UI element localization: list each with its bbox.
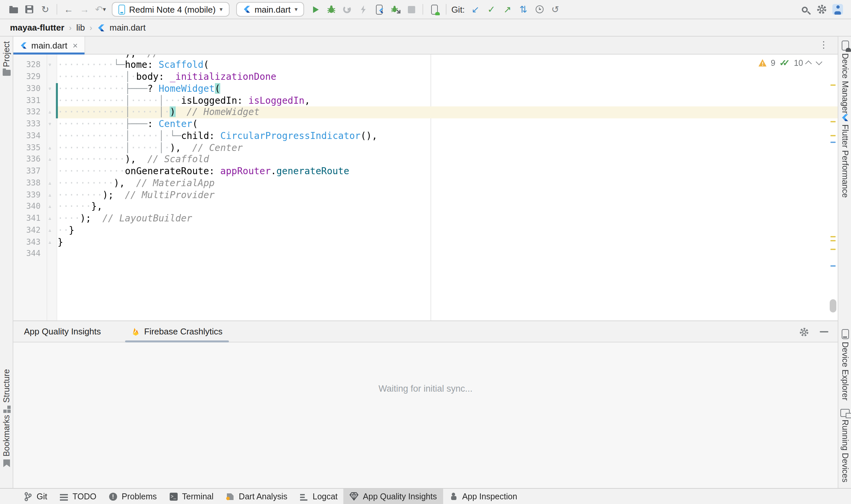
sidebar-item-device-explorer[interactable]: Device Explorer	[838, 329, 851, 400]
minimize-icon[interactable]	[820, 331, 828, 332]
sync-icon[interactable]: ↻	[39, 2, 52, 17]
warning-icon[interactable]: !	[759, 59, 767, 67]
device-selector[interactable]: Redmi Note 4 (mobile) ▾	[112, 2, 229, 17]
line-number[interactable]: 329	[13, 71, 44, 83]
run-config-selector[interactable]: main.dart ▾	[236, 2, 304, 17]
fold-close-icon[interactable]: ▵	[44, 189, 56, 201]
code-line[interactable]: 334············│·····│·└─child: Circular…	[13, 130, 838, 142]
inspections-ok-icon[interactable]: ✓✓	[780, 58, 790, 68]
line-number[interactable]: 340	[13, 201, 44, 213]
device-mirror-icon[interactable]	[428, 2, 441, 17]
fold-open-icon[interactable]: ▿	[44, 83, 56, 95]
breadcrumb-project[interactable]: mayaa-flutter	[10, 23, 64, 33]
kebab-menu-icon[interactable]: ⋮	[819, 39, 828, 50]
profile-icon[interactable]	[341, 2, 354, 17]
code-line[interactable]: 328▿··········└─home: Scaffold(	[13, 59, 838, 71]
save-all-icon[interactable]	[23, 2, 36, 17]
scrollbar-warning-mark[interactable]	[830, 85, 836, 86]
sidebar-item-device-manager[interactable]: Device Manager	[838, 40, 851, 114]
code-editor[interactable]: ············), //328▿··········└─home: S…	[13, 55, 838, 321]
flutter-attach-icon[interactable]	[373, 2, 386, 17]
breadcrumb-file[interactable]: main.dart	[109, 23, 145, 33]
scrollbar-warning-mark[interactable]	[830, 236, 836, 237]
fold-close-icon[interactable]: ▵	[44, 107, 56, 119]
fold-close-icon[interactable]: ▵	[44, 178, 56, 190]
line-number[interactable]: 333	[13, 118, 44, 130]
debug-icon[interactable]	[325, 2, 338, 17]
stop-icon[interactable]	[405, 2, 418, 17]
scrollbar-warning-mark[interactable]	[830, 121, 836, 122]
line-number[interactable]: 328	[13, 59, 44, 71]
run-icon[interactable]	[309, 2, 323, 17]
sidebar-item-structure[interactable]: Structure	[0, 369, 13, 413]
line-number[interactable]: 336	[13, 154, 44, 166]
sidebar-item-project[interactable]: Project	[0, 41, 13, 76]
settings-gear-icon[interactable]	[815, 2, 828, 17]
code-line[interactable]: ············), //	[13, 55, 838, 59]
editor-scrollbar[interactable]	[830, 55, 836, 321]
scrollbar-warning-mark[interactable]	[830, 240, 836, 241]
open-folder-icon[interactable]	[7, 2, 20, 17]
code-line[interactable]: 331············│·····│···isLoggedIn: isL…	[13, 95, 838, 107]
statusbar-item-todo[interactable]: TODO	[53, 488, 102, 504]
statusbar-item-git[interactable]: Git	[17, 488, 53, 504]
line-number[interactable]: 331	[13, 95, 44, 107]
rollback-icon[interactable]: ↺	[549, 2, 562, 17]
sidebar-item-flutter-performance[interactable]: Flutter Performance	[838, 114, 851, 198]
code-line[interactable]: 341▵····); // LayoutBuilder	[13, 213, 838, 225]
line-number[interactable]: 339	[13, 189, 44, 201]
fold-close-icon[interactable]: ▵	[44, 142, 56, 154]
scrollbar-thumb[interactable]	[830, 299, 836, 312]
fold-close-icon[interactable]: ▵	[44, 201, 56, 213]
fold-open-icon[interactable]: ▿	[44, 118, 56, 130]
tab-main-dart[interactable]: main.dart ×	[13, 37, 85, 54]
forward-arrow-icon[interactable]: →	[78, 2, 91, 17]
scrollbar-info-mark[interactable]	[830, 142, 836, 143]
sidebar-item-running-devices[interactable]: Running Devices	[838, 409, 851, 482]
history-icon[interactable]	[533, 2, 546, 17]
line-number[interactable]: 334	[13, 130, 44, 142]
code-line[interactable]: 338▵··········), // MaterialApp	[13, 178, 838, 190]
sidebar-item-bookmarks[interactable]: Bookmarks	[0, 415, 13, 467]
scrollbar-warning-mark[interactable]	[830, 135, 836, 136]
code-line[interactable]: 337············onGenerateRoute: appRoute…	[13, 165, 838, 178]
panel-settings-gear-icon[interactable]	[799, 327, 809, 337]
line-number[interactable]: 338	[13, 178, 44, 190]
tab-firebase-crashlytics[interactable]: Firebase Crashlytics	[129, 321, 225, 342]
line-number[interactable]: 341	[13, 213, 44, 225]
line-number[interactable]	[13, 55, 44, 59]
search-icon[interactable]	[799, 2, 812, 17]
code-line[interactable]: 332▵············│·····│·) // HomeWidget	[13, 107, 838, 119]
fold-open-icon[interactable]: ▿	[44, 59, 56, 71]
code-line[interactable]: 330▿············├───? HomeWidget(	[13, 83, 838, 95]
close-icon[interactable]: ×	[72, 40, 77, 50]
scrollbar-info-mark[interactable]	[830, 265, 836, 267]
code-line[interactable]: 329············│·body: _initializationDo…	[13, 71, 838, 83]
line-number[interactable]: 344	[13, 248, 44, 260]
code-line[interactable]: 343▵}	[13, 236, 838, 248]
git-sync-icon[interactable]: ⇅	[517, 2, 530, 17]
attach-debugger-icon[interactable]	[389, 2, 402, 17]
fold-close-icon[interactable]: ▵	[44, 213, 56, 225]
avatar[interactable]	[831, 2, 844, 17]
line-number[interactable]: 342	[13, 225, 44, 237]
statusbar-item-terminal[interactable]: >_ Terminal	[163, 488, 220, 504]
back-arrow-icon[interactable]: ←	[62, 2, 75, 17]
fold-close-icon[interactable]: ▵	[44, 154, 56, 166]
git-push-icon[interactable]: ↗	[501, 2, 514, 17]
statusbar-item-logcat[interactable]: Logcat	[293, 488, 344, 504]
code-line[interactable]: 342▵··}	[13, 225, 838, 237]
code-line[interactable]: 340▵······},	[13, 201, 838, 213]
statusbar-item-app-quality-insights[interactable]: App Quality Insights	[344, 488, 443, 504]
scrollbar-warning-mark[interactable]	[830, 249, 836, 250]
code-line[interactable]: 339▵········); // MultiProvider	[13, 189, 838, 201]
fold-close-icon[interactable]: ▵	[44, 225, 56, 237]
line-number[interactable]: 337	[13, 165, 44, 178]
statusbar-item-app-inspection[interactable]: App Inspection	[443, 488, 523, 504]
line-number[interactable]: 343	[13, 236, 44, 248]
prev-problem-icon[interactable]	[805, 60, 812, 67]
line-number[interactable]: 332	[13, 107, 44, 119]
code-line[interactable]: 333▿············├───: Center(	[13, 118, 838, 130]
undo-dropdown-caret[interactable]: ▾	[103, 6, 106, 13]
statusbar-item-dart-analysis[interactable]: Dart Analysis	[220, 488, 293, 504]
